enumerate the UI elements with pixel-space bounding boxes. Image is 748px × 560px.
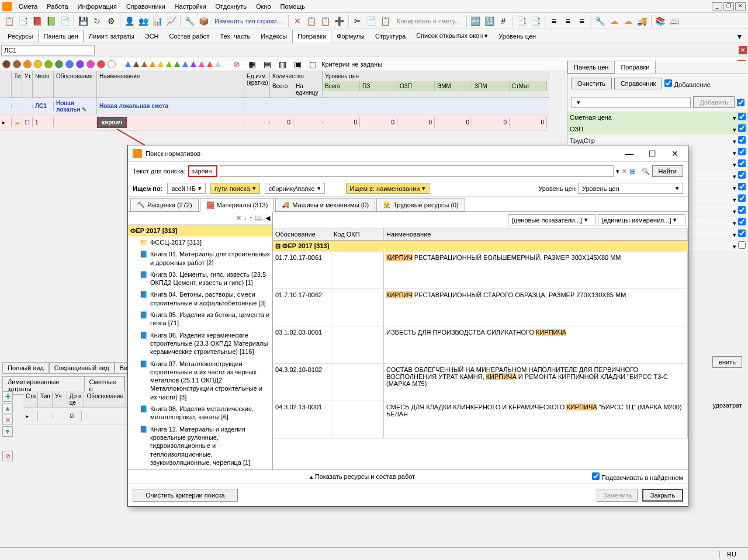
- tab-price-level[interactable]: Уровень цен: [493, 30, 541, 43]
- tb-icon[interactable]: 📦: [197, 15, 210, 27]
- tab-materials[interactable]: 🧱Материалы (313): [200, 198, 275, 212]
- tb-icon[interactable]: 📋: [305, 15, 318, 27]
- filter-triangle[interactable]: [191, 61, 196, 67]
- lim-col[interactable]: Тип: [38, 391, 53, 408]
- filter-dot[interactable]: [34, 60, 42, 68]
- col-naim[interactable]: Наименование: [97, 71, 244, 98]
- tb-icon[interactable]: 📄: [58, 15, 71, 27]
- rp-combo[interactable]: ▾: [571, 97, 691, 108]
- tb-icon[interactable]: ≡: [576, 15, 588, 27]
- tab-formulas[interactable]: Формулы: [331, 30, 370, 43]
- close-dialog-button[interactable]: Закрыть: [642, 489, 683, 502]
- rp-row[interactable]: ОЗП▾: [567, 123, 748, 135]
- clear-search-icon[interactable]: ✕: [622, 168, 627, 175]
- menu-smeta[interactable]: Смета: [14, 2, 42, 11]
- lim-col[interactable]: До в це: [67, 391, 85, 408]
- tree-root[interactable]: 📁ФССЦ-2017 [313]: [128, 236, 272, 248]
- tab-limit[interactable]: Лимит. затраты: [84, 30, 140, 43]
- dropdown-icon[interactable]: ▾: [616, 168, 619, 175]
- tab-machines[interactable]: 🚚Машины и механизмы (0): [275, 198, 375, 211]
- combo-search-in[interactable]: Ищем в: наименовании ▾: [346, 183, 430, 194]
- grid-icon[interactable]: ▤: [261, 58, 273, 71]
- col-money[interactable]: ОЗП: [397, 81, 435, 91]
- col-money[interactable]: ПЗ: [360, 81, 397, 91]
- result-row[interactable]: 04.3.02.10-0102СОСТАВ ОБЛЕГЧЕННЫЙ НА МИН…: [273, 364, 688, 401]
- tree-down-icon[interactable]: ↓: [244, 214, 247, 222]
- filter-dot[interactable]: [86, 60, 95, 68]
- tab-price-panel[interactable]: Панель цен: [38, 30, 83, 43]
- forbid-icon[interactable]: ⊘: [2, 451, 13, 461]
- combo-path[interactable]: пути поиска ▾: [210, 183, 260, 194]
- highlight-checkbox-label[interactable]: Подсвечивать в найденном: [592, 472, 683, 481]
- tb-icon[interactable]: 📖: [668, 15, 681, 27]
- cut-icon[interactable]: ✂: [351, 15, 364, 27]
- tree-item[interactable]: 📘Книга 06. Изделия керамические строител…: [128, 329, 272, 358]
- col-per[interactable]: На единицу: [293, 81, 323, 98]
- res-col-okp[interactable]: Код ОКП: [331, 228, 384, 240]
- grid-icon[interactable]: ▢: [306, 58, 319, 71]
- grid-row-item[interactable]: ▸ ☁ ☐ 1 кирпич 0 0 0 0 0 0 0: [0, 114, 549, 131]
- up-icon[interactable]: ▲: [2, 403, 13, 413]
- tab-corrections[interactable]: Поправки: [292, 30, 331, 43]
- filter-triangle[interactable]: [207, 61, 213, 67]
- grid-icon[interactable]: ▥: [276, 58, 289, 71]
- filter-triangle[interactable]: [166, 61, 172, 67]
- filter-triangle[interactable]: [141, 61, 147, 67]
- tree-close-icon[interactable]: ✕: [236, 214, 241, 222]
- add-checkbox[interactable]: [664, 79, 672, 87]
- tree-item[interactable]: 📘Книга 12. Материалы и изделия кровельны…: [128, 423, 272, 468]
- col-all[interactable]: Всего: [270, 81, 293, 98]
- refresh-icon[interactable]: ↻: [91, 15, 103, 27]
- menu-window[interactable]: Окно: [251, 2, 276, 11]
- tb-icon[interactable]: 📋: [2, 15, 15, 27]
- kirpich-input[interactable]: кирпич: [97, 117, 127, 128]
- lim-col[interactable]: Обоснование: [84, 391, 126, 408]
- restore-button[interactable]: ❐: [723, 2, 734, 11]
- minimize-button[interactable]: _: [712, 2, 722, 11]
- col-ut[interactable]: Ут: [22, 71, 33, 98]
- dlg-maximize-icon[interactable]: ☐: [644, 148, 661, 159]
- reference-button[interactable]: Справочник: [614, 78, 663, 89]
- tab-windows[interactable]: Список открытых окон ▾: [411, 29, 493, 43]
- limit-row[interactable]: ▸ ☑: [23, 408, 126, 425]
- find-button[interactable]: Найти: [652, 165, 683, 177]
- col-unit[interactable]: Ед.изм. (кратка): [244, 71, 270, 98]
- dlg-close-icon[interactable]: ✕: [667, 148, 683, 159]
- tb-icon[interactable]: 🔢: [483, 15, 496, 27]
- tb-icon[interactable]: ☁: [622, 15, 635, 27]
- filter-triangle[interactable]: [150, 61, 155, 67]
- change-row-type[interactable]: Изменить тип строки...: [211, 16, 286, 26]
- tree-item[interactable]: 📘Книга 04. Бетоны, растворы, смеси строи…: [128, 288, 272, 309]
- tree-collapse-icon[interactable]: ◀: [265, 214, 270, 222]
- tb-icon[interactable]: 📑: [529, 15, 542, 27]
- combo-price-level[interactable]: Уровень цен▾: [578, 183, 683, 194]
- tb-icon[interactable]: 📑: [16, 15, 29, 27]
- lang-indicator[interactable]: RU: [719, 551, 743, 558]
- tb-icon[interactable]: 📊: [151, 15, 164, 27]
- search-input[interactable]: [188, 165, 217, 177]
- tab-resources[interactable]: Ресурсы: [2, 30, 38, 43]
- grid-icon[interactable]: ▣: [291, 58, 304, 71]
- search-field-rest[interactable]: [220, 165, 614, 177]
- highlight-checkbox[interactable]: [592, 472, 600, 480]
- filter-triangle[interactable]: [182, 61, 188, 67]
- tree-header[interactable]: ФЕР 2017 [313]: [128, 225, 272, 236]
- res-col-name[interactable]: Наименование: [384, 228, 688, 240]
- tab-labor[interactable]: 👷Трудовые ресурсы (0): [376, 198, 465, 211]
- filter-triangle[interactable]: [199, 61, 205, 67]
- col-money[interactable]: Всего: [323, 81, 360, 91]
- tb-icon[interactable]: #: [497, 15, 510, 27]
- col-obosn[interactable]: Обоснование: [54, 71, 97, 98]
- tree-book-icon[interactable]: 📖: [255, 214, 263, 222]
- tb-icon[interactable]: 🚚: [636, 15, 649, 27]
- tb-icon[interactable]: 📋: [319, 15, 332, 27]
- add-icon[interactable]: ✚: [2, 391, 13, 402]
- menu-rabota[interactable]: Работа: [42, 2, 72, 11]
- tb-icon[interactable]: 🔧: [594, 15, 607, 27]
- col-qty[interactable]: Количество: [270, 71, 323, 81]
- combo-db[interactable]: всей НБ ▾: [167, 183, 206, 194]
- tb-icon[interactable]: ≡: [548, 15, 560, 27]
- down-icon[interactable]: ▼: [2, 426, 13, 437]
- combo-units[interactable]: [единицы измерения...] ▾: [598, 214, 685, 225]
- lim-col[interactable]: Уч: [53, 391, 67, 408]
